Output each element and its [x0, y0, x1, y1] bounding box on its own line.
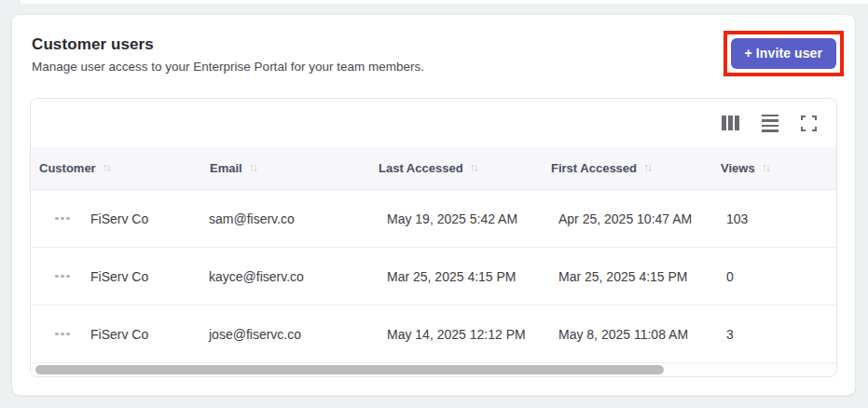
sort-icon[interactable]: ↑↓ — [643, 161, 651, 174]
cell-last-accessed: Mar 25, 2025 4:15 PM — [371, 269, 544, 284]
page-title: Customer users — [32, 34, 723, 55]
columns-icon[interactable] — [722, 116, 739, 130]
cell-email: jose@fiservc.co — [202, 327, 371, 342]
data-grid: Customer ↑↓ Email ↑↓ Last Accessed ↑↓ Fi… — [30, 98, 837, 377]
customer-users-card: Customer users Manage user access to you… — [11, 14, 856, 396]
cell-email: sam@fiserv.co — [202, 211, 371, 226]
sort-icon[interactable]: ↑↓ — [762, 161, 769, 174]
horizontal-scrollbar-thumb[interactable] — [35, 365, 664, 374]
cell-first-accessed: Apr 25, 2025 10:47 AM — [544, 211, 713, 226]
cell-views: 3 — [713, 327, 836, 342]
cell-views: 103 — [713, 211, 836, 226]
row-actions-icon[interactable] — [53, 213, 84, 224]
sort-icon[interactable]: ↑↓ — [249, 161, 256, 174]
density-icon[interactable] — [762, 115, 778, 132]
sort-icon[interactable]: ↑↓ — [470, 161, 477, 174]
horizontal-scrollbar — [31, 362, 836, 376]
cropped-top-panel — [19, 0, 868, 5]
card-header: Customer users Manage user access to you… — [12, 15, 855, 76]
page-subtitle: Manage user access to your Enterprise Po… — [32, 59, 723, 75]
column-header-customer[interactable]: Customer ↑↓ — [31, 161, 202, 175]
cell-customer: FiServ Co — [84, 327, 202, 342]
sort-icon[interactable]: ↑↓ — [103, 161, 110, 174]
fullscreen-icon[interactable] — [801, 116, 817, 131]
grid-toolbar — [31, 99, 836, 147]
red-highlight-annotation: + Invite user — [723, 31, 844, 76]
column-header-email[interactable]: Email ↑↓ — [202, 161, 371, 175]
column-header-views[interactable]: Views ↑↓ — [713, 161, 836, 175]
table-header-row: Customer ↑↓ Email ↑↓ Last Accessed ↑↓ Fi… — [31, 147, 836, 189]
cell-last-accessed: May 19, 2025 5:42 AM — [371, 211, 544, 226]
column-header-last-accessed[interactable]: Last Accessed ↑↓ — [371, 161, 544, 175]
cell-customer: FiServ Co — [84, 269, 202, 284]
invite-user-button[interactable]: + Invite user — [731, 38, 836, 69]
cell-last-accessed: May 14, 2025 12:12 PM — [371, 327, 544, 342]
cell-customer: FiServ Co — [84, 211, 202, 226]
row-actions-icon[interactable] — [53, 271, 84, 282]
row-actions-icon[interactable] — [53, 329, 84, 340]
cell-first-accessed: Mar 25, 2025 4:15 PM — [544, 269, 713, 284]
table-row[interactable]: FiServ Co kayce@fiserv.co Mar 25, 2025 4… — [31, 247, 836, 305]
table-row[interactable]: FiServ Co jose@fiservc.co May 14, 2025 1… — [31, 305, 836, 362]
cell-views: 0 — [713, 269, 836, 284]
cell-first-accessed: May 8, 2025 11:08 AM — [544, 327, 713, 342]
table-row[interactable]: FiServ Co sam@fiserv.co May 19, 2025 5:4… — [31, 189, 836, 247]
cell-email: kayce@fiserv.co — [202, 269, 371, 284]
column-header-first-accessed[interactable]: First Accessed ↑↓ — [544, 161, 713, 175]
